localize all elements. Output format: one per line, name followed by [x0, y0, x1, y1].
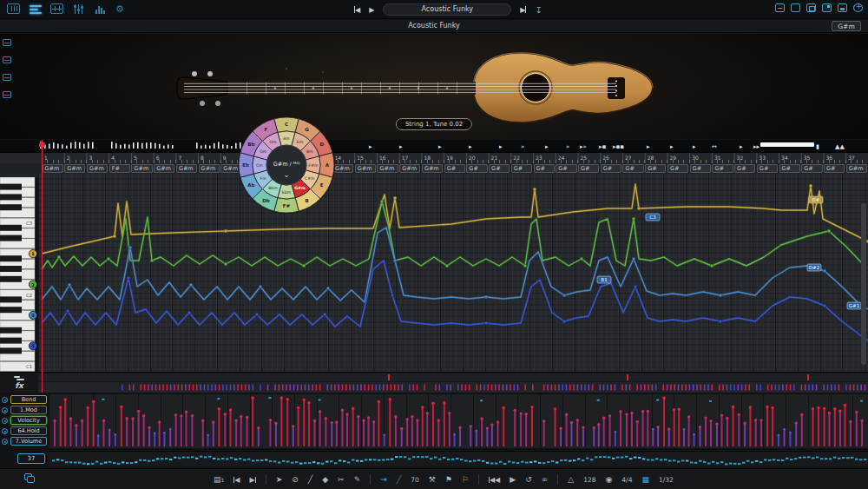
piano-black-key[interactable]	[0, 296, 22, 302]
piano-black-key[interactable]	[0, 204, 22, 210]
note-marker[interactable]: G#1	[847, 302, 861, 309]
piano-black-key[interactable]	[0, 255, 22, 261]
dynamics-icon[interactable]	[14, 376, 24, 381]
lane-item-1-mod[interactable]: 1.Mod	[2, 406, 49, 414]
chord-cell[interactable]: G#	[489, 164, 510, 173]
strum-value[interactable]: 70	[411, 476, 419, 484]
chevron-down-icon[interactable]: ⌄	[283, 170, 290, 179]
piano-black-key[interactable]	[0, 184, 22, 190]
eye-icon[interactable]	[2, 407, 8, 413]
loop-start-flag-icon[interactable]: ⚑	[445, 475, 452, 484]
string3-pitch[interactable]	[42, 228, 868, 309]
chord-cell[interactable]: G#	[578, 164, 599, 173]
string1-pitch[interactable]	[42, 184, 868, 254]
chord-cell[interactable]: G#	[601, 164, 621, 173]
chord-cell[interactable]: G#m	[199, 164, 220, 173]
piano-black-key[interactable]	[0, 338, 22, 344]
lane-label[interactable]: 64.Hold	[10, 426, 47, 435]
chord-cell[interactable]: G#	[511, 164, 532, 173]
maximize-button[interactable]	[791, 3, 800, 12]
chord-cell[interactable]: G#	[757, 164, 778, 173]
piano-black-key[interactable]	[0, 276, 22, 282]
chord-cell[interactable]: G#	[824, 164, 845, 173]
tempo-value[interactable]: 128	[583, 476, 595, 484]
piano-black-key[interactable]	[0, 225, 22, 231]
metronome-icon[interactable]: △	[568, 475, 574, 484]
panel-marker-icon[interactable]	[3, 39, 11, 46]
string4-pitch[interactable]	[42, 261, 868, 340]
settings-gear-icon[interactable]: ⚙	[115, 3, 129, 15]
note-marker[interactable]: C3	[646, 214, 660, 221]
chord-cell[interactable]: G#m	[355, 164, 376, 173]
piano-black-key[interactable]	[0, 347, 22, 354]
eye-icon[interactable]	[2, 418, 8, 424]
piano-black-key[interactable]	[0, 327, 22, 334]
loop-toggle-icon[interactable]: ↺	[525, 475, 532, 484]
eq-icon[interactable]	[94, 3, 108, 15]
piano-black-key[interactable]	[0, 235, 22, 241]
fullscreen-button[interactable]	[822, 3, 832, 12]
line-tool-icon[interactable]: ╱	[308, 475, 312, 484]
chord-cell[interactable]: G#m	[399, 164, 420, 173]
chord-cell[interactable]: G#m	[87, 164, 108, 173]
play-button[interactable]: ▶	[510, 475, 516, 484]
chord-wheel[interactable]: CAmGEmDBmAF#mEC#mBG#mF#EbmDbBbmAbFmEbCmB…	[236, 115, 337, 215]
piano-black-key[interactable]	[0, 307, 22, 313]
chord-cell[interactable]: G#	[534, 164, 555, 173]
auto-scroll-toggle[interactable]: ⇥	[380, 475, 387, 484]
rewind-button[interactable]: ◀◀	[489, 476, 500, 484]
time-signature[interactable]: 4/4	[621, 476, 632, 484]
panel-marker-icon[interactable]	[3, 74, 11, 81]
tab-view-icon[interactable]	[50, 3, 64, 15]
skip-to-start-button[interactable]: ◀	[233, 476, 240, 484]
piano-black-key[interactable]	[0, 194, 22, 200]
chord-cell[interactable]: G#	[667, 164, 688, 173]
select-tool-icon[interactable]: ➤	[276, 475, 283, 484]
chord-cell[interactable]: G#m	[422, 164, 443, 173]
next-riff-button[interactable]: ▶	[520, 6, 526, 14]
humanize-tool-icon[interactable]: ⚒	[429, 475, 436, 484]
chord-cell[interactable]: G#	[556, 164, 576, 173]
layers-icon[interactable]	[24, 473, 36, 484]
eye-icon[interactable]	[2, 439, 8, 445]
chord-cell[interactable]: G#	[779, 164, 800, 173]
fx-icon[interactable]: fx	[15, 382, 23, 390]
split-tool-icon[interactable]: ✂	[338, 475, 345, 484]
loop-end-flag-icon[interactable]: ⚐	[462, 475, 469, 484]
chord-cell[interactable]: G#	[734, 164, 755, 173]
draw-tool-icon[interactable]: ✎	[354, 475, 361, 484]
note-marker[interactable]: B1	[597, 276, 611, 283]
piano-keyboard[interactable]: ╱ ≣ C3C2C11234	[0, 177, 38, 372]
chord-cell[interactable]: G#	[645, 164, 666, 173]
chord-cell[interactable]: G#	[622, 164, 643, 173]
playhead[interactable]	[42, 140, 43, 393]
key-badge[interactable]: G#m	[832, 21, 861, 31]
chord-cell[interactable]: G#	[690, 164, 711, 173]
playhead-handle[interactable]	[39, 142, 45, 148]
piano-black-key[interactable]	[0, 266, 22, 272]
chord-cell[interactable]: G#m	[154, 164, 174, 173]
mixer-icon[interactable]	[72, 3, 86, 15]
skip-to-end-button[interactable]: ▶	[250, 476, 256, 484]
export-icon[interactable]: ↧	[535, 5, 542, 15]
global-settings-button[interactable]	[853, 3, 863, 12]
panel-marker-icon[interactable]	[3, 56, 11, 63]
chord-cell[interactable]: G#	[466, 164, 487, 173]
velocity-lane[interactable]	[49, 394, 868, 448]
riff-preset-selector[interactable]: Acoustic Funky	[383, 3, 511, 16]
chord-cell[interactable]: G#m	[131, 164, 152, 173]
chord-cell[interactable]: G#	[444, 164, 465, 173]
lane-item-64-hold[interactable]: 64.Hold	[2, 426, 49, 435]
mute-tool-icon[interactable]: ⊘	[292, 475, 299, 484]
chord-cell[interactable]: G#m	[64, 164, 85, 173]
note-marker[interactable]: D#	[809, 196, 823, 203]
chord-cell[interactable]: G#m	[176, 164, 197, 173]
chord-cell[interactable]: F#	[109, 164, 130, 173]
chord-cell[interactable]: G#m	[43, 164, 63, 173]
lane-item-velocity[interactable]: Velocity	[2, 416, 49, 425]
panel-marker-icon[interactable]	[3, 91, 11, 98]
grid-snap-icon[interactable]: ▦	[641, 475, 649, 484]
pitch-curves[interactable]: C3D#D#2G#1B1	[0, 174, 868, 372]
overview-scrollbar[interactable]	[760, 142, 814, 147]
eraser-tool-icon[interactable]: ◆	[322, 475, 328, 484]
